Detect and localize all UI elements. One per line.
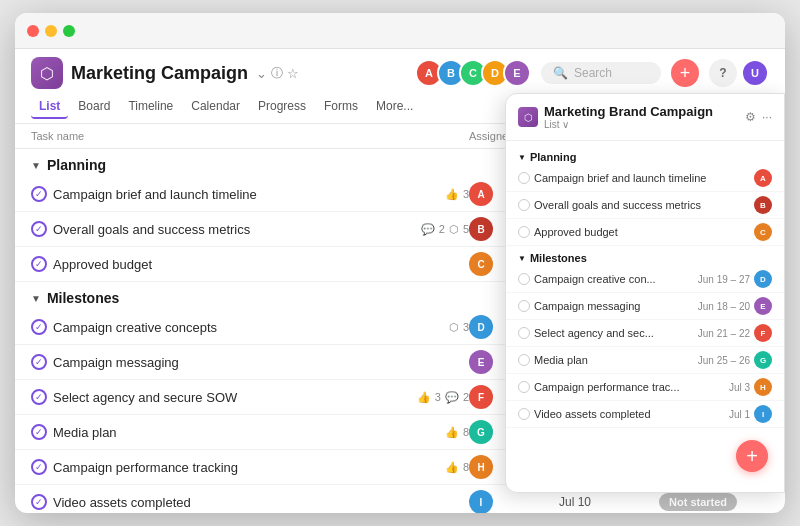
mini-task-label: Campaign messaging	[534, 300, 640, 312]
mini-avatar: E	[754, 297, 772, 315]
star-icon[interactable]: ☆	[287, 66, 299, 81]
task-label: Media plan	[53, 425, 435, 440]
task-label: Approved budget	[53, 257, 469, 272]
like-icon: 👍	[445, 188, 459, 201]
mini-task-label: Overall goals and success metrics	[534, 199, 701, 211]
search-box[interactable]: 🔍 Search	[541, 62, 661, 84]
comment-icon: 💬	[421, 223, 435, 236]
chevron-down-icon[interactable]: ⌄	[256, 66, 267, 81]
assignee-avatar: C	[469, 252, 493, 276]
section-title: Planning	[47, 157, 106, 173]
filter-icon[interactable]: ⚙	[745, 110, 756, 124]
mini-avatar: G	[754, 351, 772, 369]
chevron-down-icon[interactable]: ▼	[518, 153, 526, 162]
more-icon[interactable]: ···	[762, 110, 772, 124]
tab-more[interactable]: More...	[368, 95, 421, 119]
check-icon[interactable]: ✓	[31, 389, 47, 405]
mini-panel: ⬡ Marketing Brand Campaign List ∨ ⚙ ··· …	[505, 93, 785, 493]
tab-forms[interactable]: Forms	[316, 95, 366, 119]
avatar: E	[503, 59, 531, 87]
task-label: Select agency and secure SOW	[53, 390, 407, 405]
app-icon: ⬡	[31, 57, 63, 89]
mini-task-label: Campaign performance trac...	[534, 381, 680, 393]
titlebar	[15, 13, 785, 49]
avatar-stack: A B C D E	[415, 59, 531, 87]
mini-avatar: H	[754, 378, 772, 396]
check-icon[interactable]: ✓	[31, 459, 47, 475]
check-icon[interactable]: ✓	[31, 221, 47, 237]
tab-progress[interactable]: Progress	[250, 95, 314, 119]
mini-task-label: Approved budget	[534, 226, 618, 238]
chevron-down-icon[interactable]: ▼	[31, 160, 41, 171]
like-icon: 👍	[445, 426, 459, 439]
mini-check-icon	[518, 172, 530, 184]
mini-task-label: Campaign creative con...	[534, 273, 656, 285]
mini-check-icon	[518, 354, 530, 366]
mini-table-row[interactable]: Media plan Jun 25 – 26 G	[506, 347, 784, 374]
mini-check-icon	[518, 381, 530, 393]
assignee-avatar: D	[469, 315, 493, 339]
mini-table-row[interactable]: Video assets completed Jul 1 I	[506, 401, 784, 428]
assignee-avatar: B	[469, 217, 493, 241]
mini-avatar: D	[754, 270, 772, 288]
mini-table-row[interactable]: Campaign creative con... Jun 19 – 27 D	[506, 266, 784, 293]
mini-avatar: C	[754, 223, 772, 241]
check-icon[interactable]: ✓	[31, 256, 47, 272]
mini-task-list: ▼ Planning Campaign brief and launch tim…	[506, 141, 784, 492]
mini-table-row[interactable]: Campaign brief and launch timeline A	[506, 165, 784, 192]
app-window: ⬡ Marketing Campaign ⌄ ⓘ ☆ A B C D E 🔍	[15, 13, 785, 513]
mini-due-date: Jun 21 – 22	[698, 328, 750, 339]
search-placeholder: Search	[574, 66, 612, 80]
assignee-avatar: F	[469, 385, 493, 409]
chevron-down-icon[interactable]: ▼	[31, 293, 41, 304]
mini-check-icon	[518, 199, 530, 211]
minimize-dot[interactable]	[45, 25, 57, 37]
mini-list-label: List ∨	[544, 119, 713, 130]
check-icon[interactable]: ✓	[31, 319, 47, 335]
mini-check-icon	[518, 273, 530, 285]
tab-timeline[interactable]: Timeline	[120, 95, 181, 119]
mini-due-date: Jun 25 – 26	[698, 355, 750, 366]
mini-avatar: B	[754, 196, 772, 214]
mini-section-milestones: ▼ Milestones	[506, 246, 784, 266]
mini-add-button[interactable]: +	[736, 440, 768, 472]
check-icon[interactable]: ✓	[31, 354, 47, 370]
mini-check-icon	[518, 408, 530, 420]
mini-due-date: Jul 1	[729, 409, 750, 420]
mini-due-date: Jul 3	[729, 382, 750, 393]
check-icon[interactable]: ✓	[31, 494, 47, 510]
task-label: Overall goals and success metrics	[53, 222, 411, 237]
comment-icon: 💬	[445, 391, 459, 404]
dep-icon: ⬡	[449, 321, 459, 334]
mini-avatar: F	[754, 324, 772, 342]
project-title: Marketing Campaign	[71, 63, 248, 84]
task-label: Campaign creative concepts	[53, 320, 439, 335]
assignee-avatar: A	[469, 182, 493, 206]
tab-board[interactable]: Board	[70, 95, 118, 119]
mini-app-icon: ⬡	[518, 107, 538, 127]
info-icon[interactable]: ⓘ	[271, 65, 283, 82]
mini-table-row[interactable]: Select agency and sec... Jun 21 – 22 F	[506, 320, 784, 347]
chevron-down-icon[interactable]: ▼	[518, 254, 526, 263]
header-icons: ⌄ ⓘ ☆	[256, 65, 299, 82]
assignee-avatar: I	[469, 490, 493, 513]
mini-due-date: Jun 19 – 27	[698, 274, 750, 285]
mini-table-row[interactable]: Overall goals and success metrics B	[506, 192, 784, 219]
check-icon[interactable]: ✓	[31, 186, 47, 202]
task-label: Video assets completed	[53, 495, 469, 510]
assignee-avatar: E	[469, 350, 493, 374]
user-avatar[interactable]: U	[741, 59, 769, 87]
help-button[interactable]: ?	[709, 59, 737, 87]
add-button[interactable]: +	[671, 59, 699, 87]
tab-list[interactable]: List	[31, 95, 68, 119]
maximize-dot[interactable]	[63, 25, 75, 37]
check-icon[interactable]: ✓	[31, 424, 47, 440]
mini-table-row[interactable]: Campaign messaging Jun 18 – 20 E	[506, 293, 784, 320]
close-dot[interactable]	[27, 25, 39, 37]
mini-avatar: A	[754, 169, 772, 187]
mini-check-icon	[518, 327, 530, 339]
tab-calendar[interactable]: Calendar	[183, 95, 248, 119]
mini-table-row[interactable]: Approved budget C	[506, 219, 784, 246]
mini-avatar: I	[754, 405, 772, 423]
mini-table-row[interactable]: Campaign performance trac... Jul 3 H	[506, 374, 784, 401]
